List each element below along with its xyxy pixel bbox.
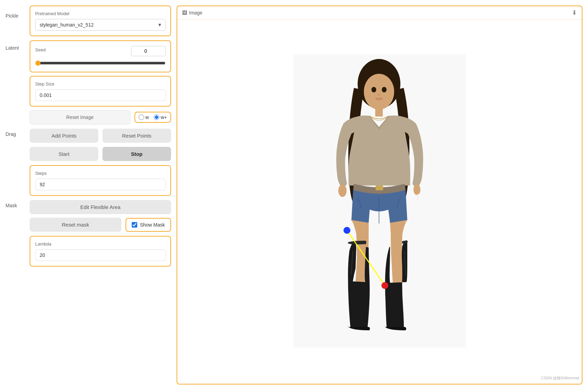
lambda-label: Lambda: [35, 241, 166, 247]
radio-wplus-option[interactable]: w+: [154, 114, 167, 120]
svg-point-13: [381, 282, 388, 289]
reset-points-button[interactable]: Reset Points: [102, 129, 171, 143]
image-tab[interactable]: 🖼 Image: [182, 10, 202, 16]
seed-slider[interactable]: [35, 60, 166, 66]
seed-label: Seed: [35, 47, 46, 52]
start-button[interactable]: Start: [30, 147, 98, 161]
latent-label: Latent: [6, 45, 19, 51]
show-mask-checkbox[interactable]: [132, 222, 137, 228]
radio-w-option[interactable]: w: [139, 114, 149, 120]
seed-input[interactable]: [131, 46, 166, 56]
watermark: CSDN @猫叫Memmat: [541, 376, 579, 381]
drag-label: Drag: [6, 131, 16, 137]
lambda-input[interactable]: [35, 249, 166, 261]
reset-mask-button[interactable]: Reset mask: [30, 218, 121, 232]
mask-label: Mask: [6, 203, 17, 208]
radio-w-input[interactable]: [139, 114, 144, 120]
pickle-label: Pickle: [6, 13, 18, 19]
reset-image-button[interactable]: Reset Image: [30, 110, 130, 124]
step-size-input[interactable]: [35, 89, 166, 101]
steps-input[interactable]: [35, 179, 166, 190]
edit-flexible-area-button[interactable]: Edit Flexible Area: [30, 200, 171, 214]
image-canvas[interactable]: CSDN @猫叫Memmat: [177, 20, 582, 382]
svg-rect-5: [375, 107, 383, 117]
radio-w-label: w: [146, 114, 149, 120]
svg-rect-10: [376, 186, 383, 190]
svg-point-3: [371, 87, 376, 92]
add-points-button[interactable]: Add Points: [30, 129, 98, 143]
fashion-figure-svg: [293, 54, 466, 348]
svg-rect-9: [417, 192, 418, 194]
svg-point-4: [382, 87, 387, 92]
pretrained-model-label: Pretrained Model: [35, 11, 166, 16]
radio-wplus-label: w+: [161, 114, 167, 120]
image-panel: 🖼 Image ⬇: [177, 6, 582, 384]
pretrained-model-select[interactable]: stylegan_human_v2_512 stylegan2_ffhq_256…: [35, 19, 166, 31]
download-button[interactable]: ⬇: [572, 9, 577, 17]
show-mask-label: Show Mask: [140, 222, 165, 228]
svg-point-6: [338, 184, 347, 197]
svg-point-2: [364, 74, 394, 110]
svg-point-12: [343, 227, 350, 234]
step-size-label: Step Size: [35, 81, 166, 87]
steps-label: Steps: [35, 171, 166, 176]
figure-container: [293, 54, 466, 348]
stop-button[interactable]: Stop: [102, 147, 171, 161]
show-mask-button[interactable]: Show Mask: [126, 218, 171, 232]
radio-wplus-input[interactable]: [154, 114, 159, 120]
image-tab-label: Image: [189, 10, 202, 16]
latent-mode-radio-group: w w+: [134, 112, 171, 123]
image-tab-icon: 🖼: [182, 10, 187, 16]
